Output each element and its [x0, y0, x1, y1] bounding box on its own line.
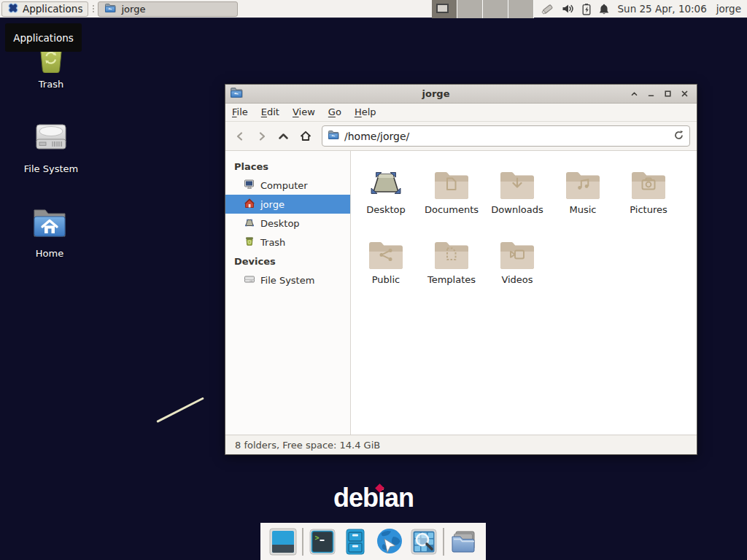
- desktop-icon-label: Home: [36, 248, 63, 259]
- sidebar-item-label: Computer: [260, 180, 308, 191]
- sidebar-item-jorge[interactable]: jorge: [225, 195, 350, 214]
- application-finder-icon[interactable]: [410, 528, 438, 556]
- trash-small-icon: [244, 236, 255, 249]
- file-tile-public[interactable]: Public: [353, 231, 419, 301]
- toolbar: /home/jorge/: [225, 122, 697, 151]
- clock[interactable]: Sun 25 Apr, 10:06: [618, 3, 707, 15]
- panel-handle[interactable]: [90, 1, 96, 17]
- menubar: File Edit View Go Help: [225, 104, 697, 122]
- file-tile-documents[interactable]: Documents: [419, 161, 484, 231]
- file-label: Videos: [501, 274, 533, 285]
- volume-icon[interactable]: [562, 3, 574, 15]
- sidebar: Places Computer: [225, 151, 351, 435]
- system-tray: [541, 2, 610, 15]
- show-desktop-icon[interactable]: [269, 528, 297, 556]
- back-button[interactable]: [230, 126, 249, 147]
- menu-edit[interactable]: Edit: [255, 104, 286, 121]
- home-button[interactable]: [295, 126, 315, 147]
- forward-button[interactable]: [252, 126, 271, 147]
- notifications-bell-icon[interactable]: [598, 3, 610, 15]
- sidebar-places-header: Places: [225, 157, 350, 176]
- applications-tooltip: Applications: [5, 23, 82, 52]
- menu-help[interactable]: Help: [348, 104, 383, 121]
- hard-drive-icon: [31, 117, 71, 160]
- battery-icon[interactable]: [581, 3, 592, 15]
- stray-line-artifact: [156, 397, 204, 422]
- up-button[interactable]: [274, 126, 293, 147]
- sidebar-item-desktop[interactable]: Desktop: [225, 214, 350, 233]
- sidebar-devices-header: Devices: [225, 252, 350, 271]
- file-tile-desktop[interactable]: Desktop: [353, 161, 419, 231]
- file-tile-music[interactable]: Music: [550, 161, 616, 231]
- workspace-2[interactable]: [457, 0, 483, 18]
- workspace-4[interactable]: [508, 0, 534, 18]
- file-label: Downloads: [491, 204, 543, 215]
- applications-menu-button[interactable]: Applications: [1, 1, 88, 17]
- menu-view[interactable]: View: [286, 104, 322, 121]
- file-label: Pictures: [630, 204, 667, 215]
- terminal-icon[interactable]: >: [309, 528, 336, 556]
- sidebar-item-label: Trash: [260, 237, 285, 248]
- file-manager-icon[interactable]: [449, 528, 477, 556]
- dock-separator: [443, 528, 444, 556]
- shade-button[interactable]: [626, 86, 643, 102]
- taskbar-window-button[interactable]: jorge: [98, 1, 238, 17]
- maximize-button[interactable]: [659, 86, 676, 102]
- sidebar-item-file-system[interactable]: File System: [225, 271, 350, 289]
- titlebar[interactable]: jorge: [225, 85, 697, 104]
- desktop-icon: [244, 217, 255, 230]
- file-tile-templates[interactable]: Templates: [419, 231, 484, 301]
- sidebar-item-computer[interactable]: Computer: [225, 176, 350, 195]
- desktop: Applications jorge: [0, 0, 747, 560]
- file-label: Desktop: [366, 204, 406, 215]
- sidebar-item-trash[interactable]: Trash: [225, 233, 350, 252]
- file-tile-videos[interactable]: Videos: [484, 231, 550, 301]
- file-tile-downloads[interactable]: Downloads: [484, 161, 550, 231]
- removable-media-icon[interactable]: [541, 2, 555, 15]
- workspace-window-preview: [436, 4, 449, 13]
- drive-small-icon: [244, 273, 255, 287]
- file-label: Documents: [425, 204, 479, 215]
- minimize-button[interactable]: [643, 86, 659, 102]
- file-cabinet-icon[interactable]: [341, 528, 369, 556]
- workspace-switcher: [432, 0, 534, 18]
- window-icon: [230, 86, 243, 101]
- menu-file[interactable]: File: [225, 104, 255, 121]
- username-label: jorge: [716, 3, 741, 15]
- sidebar-item-label: jorge: [260, 199, 285, 210]
- svg-text:>: >: [315, 534, 320, 542]
- status-text: 8 folders, Free space: 14.4 GiB: [235, 440, 380, 451]
- file-label: Templates: [427, 274, 476, 285]
- statusbar: 8 folders, Free space: 14.4 GiB: [225, 435, 697, 454]
- workspace-3[interactable]: [483, 0, 508, 18]
- desktop-icon-home[interactable]: Home: [6, 204, 93, 259]
- top-panel: Applications jorge: [0, 0, 747, 18]
- file-label: Music: [570, 204, 597, 215]
- computer-icon: [244, 179, 255, 192]
- file-view[interactable]: Desktop Documents Downloads: [351, 151, 697, 435]
- location-folder-icon: [328, 129, 339, 143]
- web-browser-icon[interactable]: [374, 527, 405, 556]
- desktop-icon-file-system[interactable]: File System: [7, 117, 95, 174]
- home-folder-icon: [29, 204, 70, 244]
- location-path[interactable]: /home/jorge/: [344, 131, 668, 142]
- dock-separator: [302, 528, 303, 556]
- file-manager-window: jorge File Edit View Go Help: [225, 84, 697, 455]
- workspace-1[interactable]: [432, 0, 457, 18]
- close-button[interactable]: [676, 86, 693, 102]
- sidebar-item-label: Desktop: [260, 218, 300, 229]
- taskbar-window-label: jorge: [121, 4, 145, 15]
- menu-go[interactable]: Go: [322, 104, 348, 121]
- file-label: Public: [372, 274, 400, 285]
- applications-menu-label: Applications: [23, 3, 82, 15]
- location-bar[interactable]: /home/jorge/: [322, 125, 690, 147]
- xfce-logo-icon: [7, 2, 19, 16]
- desktop-icon-label: Trash: [39, 79, 63, 90]
- home-icon: [244, 198, 255, 211]
- window-title: jorge: [246, 88, 626, 99]
- reload-icon[interactable]: [673, 130, 684, 143]
- desktop-icon-label: File System: [24, 163, 78, 174]
- dock-panel: >: [260, 523, 486, 560]
- sidebar-item-label: File System: [260, 275, 314, 286]
- file-tile-pictures[interactable]: Pictures: [616, 161, 681, 231]
